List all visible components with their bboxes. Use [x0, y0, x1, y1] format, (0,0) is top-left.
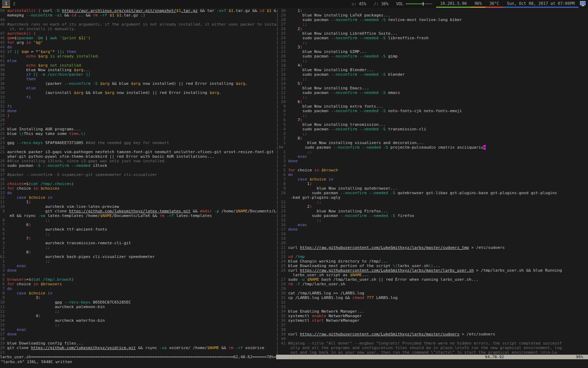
code-line: | 1 ;; — [276, 150, 588, 154]
code-line: | 12 2) — [276, 204, 588, 209]
code-line: 62 aurcheck bash-pipes cli-visualizer sp… — [0, 254, 276, 259]
code-line: 2 esac — [0, 264, 276, 268]
desktop: { "top_bar": { "workspaces": [ {"label":… — [0, 0, 588, 368]
code-line: | 1 blue Now installing visualizers and … — [276, 141, 588, 145]
code-line: 16 esac — [0, 327, 276, 332]
code-line: | 29 — [276, 286, 588, 291]
temp-indicator: 36°C — [485, 0, 503, 8]
code-line: 12 case $choice in — [0, 195, 276, 200]
volume-indicator: VOL — [392, 0, 436, 8]
code-line: 29 } — [0, 113, 276, 118]
code-line: 32 — [0, 100, 276, 104]
code-line: 15 ;; — [0, 323, 276, 327]
volume-slider[interactable] — [406, 4, 432, 4]
root-usage: : 36% — [376, 1, 388, 6]
home-usage: : 45% — [354, 1, 366, 6]
code-line: 5 ;; — [0, 232, 276, 236]
code-line: | 5 blue Now installing transmission... — [276, 122, 588, 127]
code-line: 3 aurcheck transmission-remote-cli-git — [0, 241, 276, 245]
disk-root-indicator: /: 36% — [370, 0, 392, 8]
temp-value: 36°C — [489, 1, 499, 6]
code-line: 4 — [0, 273, 276, 277]
code-line: | 9 blue Now installing extra fonts... — [276, 104, 588, 109]
code-line: 37 then — [0, 77, 276, 81]
code-line: | 30 1) — [276, 8, 588, 13]
code-line: | 3 done — [276, 159, 588, 163]
code-line: 46 qm=$(pacman -Qm | awk '{print $1}') — [0, 36, 276, 40]
monitor-tray-icon[interactable] — [580, 1, 586, 7]
workspace-1-button[interactable]: 1 — [2, 0, 10, 8]
datetime-value: Sun, Oct 08, 2017 at 07:00PM — [507, 1, 575, 6]
code-line: | 8 sudo pacman --noconfirm --needed -S … — [276, 109, 588, 113]
disk-home-indicator: ⌂: 45% — [348, 0, 370, 8]
code-line: 16 — [0, 177, 276, 182]
code-line: 28 — [0, 118, 276, 122]
code-line: 25 blue \(This may take some time.\) — [0, 131, 276, 136]
code-line: 42 echo $arg is already installed. — [0, 54, 276, 59]
code-line: 20 git clone https://github.com/lukesmit… — [0, 346, 276, 350]
code-line: | 22 — [276, 250, 588, 254]
code-line: | 13 blue Now installing Emacs... — [276, 86, 588, 90]
code-line: | 31 cp /LARBS.log LARBS.log && chmod 77… — [276, 295, 588, 300]
code-line: | 17 done — [276, 227, 588, 232]
code-line: | 7 ;; — [276, 113, 588, 118]
root-icon: / — [374, 1, 376, 6]
code-line: | -bad gst-plugins-ugly — [276, 195, 588, 200]
code-line: 34 (aurinstall $arg && blue $arg now ins… — [0, 90, 276, 95]
code-line: | 41 #dialog --title "All done!" --msgbo… — [276, 341, 588, 346]
home-icon: ⌂ — [352, 1, 354, 6]
code-line: 9 3) — [0, 295, 276, 300]
vim-pane-larbs-user-sh[interactable]: 50 aurinstall() { curl -O https://aur.ar… — [0, 8, 276, 355]
status-bar: 1 2 ⌂: 45% /: 36% VOL 10.201.5.96 96% 36… — [0, 0, 588, 8]
code-line: | 33 — [276, 305, 588, 309]
code-line: 49 — [0, 18, 276, 22]
code-line: | 4 sudo pacman --noconfirm --needed -S … — [276, 127, 588, 131]
code-line: 27 — [0, 122, 276, 127]
code-line: | 7 case $choice in — [276, 177, 588, 182]
code-line: ybar-git python-pywal xfce-theme-blackbi… — [0, 154, 276, 159]
workspace-2-label: 2 — [13, 1, 15, 6]
code-line: | 28 rm -f /tmp/larbs_user.sh — [276, 282, 588, 286]
code-line: makepkg --noconfirm -si && cd .. && rm -… — [0, 13, 276, 18]
code-line: | 29 blue Now installing LaTeX packages.… — [276, 13, 588, 18]
vim-pane-larbs-sh[interactable]: | 30 1)| 29 blue Now installing LaTeX pa… — [276, 8, 588, 355]
code-line: 33 fi — [0, 95, 276, 100]
code-line: 21 aurcheck packer i3-gaps vim-pathogen … — [0, 150, 276, 154]
code-line: 36 (packer --noconfirm -S $arg && blue $… — [0, 81, 276, 86]
code-line: 13 do — [0, 191, 276, 195]
code-line: | 18 4) — [276, 63, 588, 68]
code-line: | 4 — [276, 163, 588, 168]
code-line: | 27 sudo -u $NAME bash /tmp/larbs_user.… — [276, 277, 588, 282]
code-line: | 22 3) — [276, 45, 588, 49]
code-line: | 18 — [276, 232, 588, 236]
code-line: 22 — [0, 145, 276, 150]
code-line: 15 choices=$(cat /tmp/.choices) — [0, 182, 276, 186]
code-line: | 20 — [276, 241, 588, 245]
volume-handle[interactable] — [423, 2, 424, 6]
ip-address: 10.201.5.96 — [440, 1, 467, 6]
code-line: 18 — [0, 336, 276, 341]
code-line: | 26 2) — [276, 27, 588, 31]
code-line: 6 aurcheck ttf-ancient-fonts — [0, 227, 276, 232]
vim-cursor: m — [483, 145, 486, 150]
volume-label: VOL — [396, 1, 404, 6]
code-line: 47 aurcheck() { — [0, 31, 276, 36]
code-line: | 24 blue Changin working directory to /… — [276, 259, 588, 264]
statusline-active: larbs.sh 94,78-92 96% — [276, 355, 588, 359]
workspace-2-button[interactable]: 2 — [10, 0, 18, 8]
code-line: | ully and all the programs and configur… — [276, 346, 588, 350]
code-line: | 13 blue Now installing Firefox... — [276, 209, 588, 213]
code-line: 14 for choice in $choices — [0, 186, 276, 191]
code-line: 44 do — [0, 45, 276, 49]
volume-fill — [406, 4, 423, 4]
code-line: | 25 blue Downloading next portion of th… — [276, 264, 588, 268]
code-line: | 15 ;; — [276, 218, 588, 223]
code-line: | 15 ;; — [276, 77, 588, 81]
scroll-progress: 96% — [576, 355, 583, 359]
code-line: 39 blue Now installing $arg... — [0, 68, 276, 72]
code-line: | 40 — [276, 336, 588, 341]
code-line: | 23 ;; — [276, 40, 588, 45]
cpu-value: 96% — [475, 1, 482, 6]
code-line: 11 aurcheck palemoon-bin — [0, 305, 276, 309]
code-line: 38 if [[ -e /usr/bin/packer ]] — [0, 72, 276, 77]
